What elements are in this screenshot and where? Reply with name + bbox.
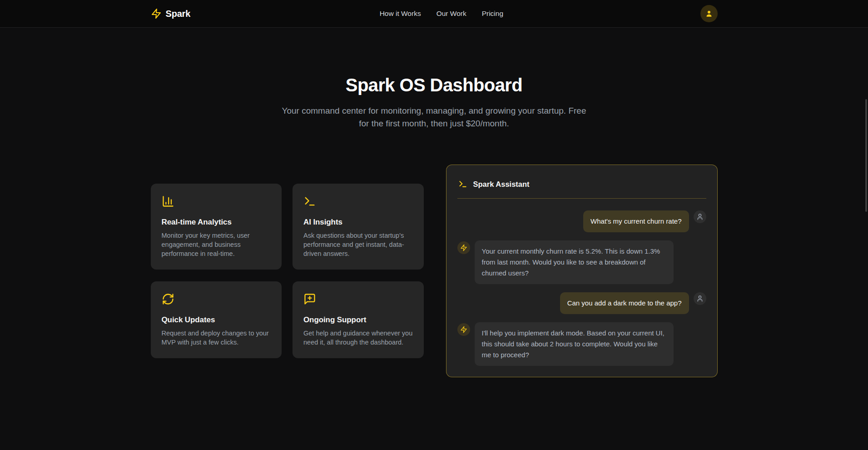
nav-links: How it Works Our Work Pricing bbox=[380, 10, 503, 18]
hero-section: Spark OS Dashboard Your command center f… bbox=[0, 28, 868, 130]
refresh-icon bbox=[162, 293, 271, 305]
assistant-message-bubble: Your current monthly churn rate is 5.2%.… bbox=[475, 240, 674, 284]
feature-card-quick-updates: Quick Updates Request and deploy changes… bbox=[151, 281, 282, 358]
user-avatar bbox=[694, 292, 706, 305]
feature-description: Monitor your key metrics, user engagemen… bbox=[162, 231, 271, 258]
user-message-bubble: What's my current churn rate? bbox=[583, 210, 689, 232]
terminal-icon bbox=[303, 195, 413, 208]
zap-icon bbox=[151, 8, 162, 19]
page-subtitle: Your command center for monitoring, mana… bbox=[278, 105, 591, 130]
brand-name: Spark bbox=[166, 9, 191, 19]
zap-icon bbox=[457, 323, 470, 336]
navbar: Spark How it Works Our Work Pricing bbox=[0, 0, 868, 28]
assistant-title: Spark Assistant bbox=[473, 180, 530, 189]
main-section: Real-time Analytics Monitor your key met… bbox=[151, 165, 718, 377]
feature-card-ongoing-support: Ongoing Support Get help and guidance wh… bbox=[293, 281, 424, 358]
spark-assistant-panel: Spark Assistant What's my current churn … bbox=[446, 165, 718, 377]
terminal-icon bbox=[458, 180, 467, 189]
feature-title: Ongoing Support bbox=[303, 315, 413, 325]
chat-messages: What's my current churn rate? Your curre… bbox=[457, 210, 706, 366]
feature-title: Quick Updates bbox=[162, 315, 271, 325]
nav-link-how-it-works[interactable]: How it Works bbox=[380, 10, 421, 18]
message-square-plus-icon bbox=[303, 293, 413, 305]
feature-title: AI Insights bbox=[303, 218, 413, 227]
chat-message-assistant: I'll help you implement dark mode. Based… bbox=[457, 322, 706, 366]
feature-description: Request and deploy changes to your MVP w… bbox=[162, 329, 271, 347]
bar-chart-icon bbox=[162, 195, 271, 208]
nav-link-pricing[interactable]: Pricing bbox=[482, 10, 503, 18]
zap-icon bbox=[457, 241, 470, 254]
assistant-message-bubble: I'll help you implement dark mode. Based… bbox=[475, 322, 674, 366]
user-icon bbox=[704, 9, 714, 18]
feature-description: Ask questions about your startup's perfo… bbox=[303, 231, 413, 258]
feature-card-ai-insights: AI Insights Ask questions about your sta… bbox=[293, 184, 424, 270]
chat-message-user: What's my current churn rate? bbox=[457, 210, 706, 232]
user-avatar bbox=[694, 210, 706, 223]
feature-title: Real-time Analytics bbox=[162, 218, 271, 227]
features-grid: Real-time Analytics Monitor your key met… bbox=[151, 184, 424, 358]
nav-link-our-work[interactable]: Our Work bbox=[436, 10, 466, 18]
scrollbar[interactable] bbox=[864, 0, 868, 450]
chat-message-assistant: Your current monthly churn rate is 5.2%.… bbox=[457, 240, 706, 284]
chat-message-user: Can you add a dark mode to the app? bbox=[457, 292, 706, 314]
feature-description: Get help and guidance whenever you need … bbox=[303, 329, 413, 347]
assistant-header: Spark Assistant bbox=[457, 176, 706, 199]
user-avatar-button[interactable] bbox=[700, 5, 718, 22]
feature-card-realtime-analytics: Real-time Analytics Monitor your key met… bbox=[151, 184, 282, 270]
page-title: Spark OS Dashboard bbox=[0, 75, 868, 95]
user-message-bubble: Can you add a dark mode to the app? bbox=[560, 292, 689, 314]
brand-logo[interactable]: Spark bbox=[151, 8, 191, 19]
scrollbar-thumb[interactable] bbox=[865, 99, 867, 212]
